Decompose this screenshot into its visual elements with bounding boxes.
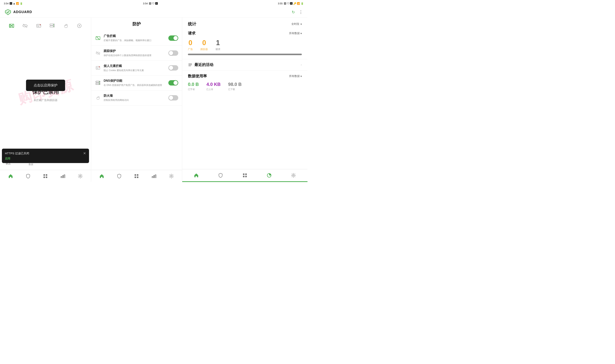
status-icons-center: 🖼 🛡 🅰 — [149, 2, 158, 5]
right-panel: 统计 全时段 ▾ 请求 所有数据 ▾ 0 广告 0 — [182, 17, 307, 182]
protection-disabled-area: 购印资源 保护已禁用 未拦截广告和跟踪器 点击以启用保护 — [0, 34, 91, 156]
https-notif-title: HTTPS 过滤已关闭 — [5, 152, 29, 155]
svg-rect-39 — [137, 174, 138, 176]
nav-shield-left[interactable] — [24, 172, 32, 180]
activity-left: 最近的活动 — [188, 62, 213, 67]
data-saved: 0.0 B 已节省 — [188, 82, 199, 91]
left-fire-icon[interactable] — [61, 21, 70, 30]
nav-home-middle[interactable] — [97, 172, 106, 180]
nav-apps-right[interactable] — [241, 171, 249, 180]
trackers-stat: 0 跟踪器 — [200, 39, 208, 51]
left-panel: 购印资源 保护已禁用 未拦截广告和跟踪器 点击以启用保护 始终保持受保护 状态 … — [0, 17, 91, 182]
period-selector[interactable]: 全时段 ▾ — [291, 22, 302, 26]
time-right: 3:55 — [278, 2, 283, 5]
svg-rect-22 — [43, 177, 45, 178]
left-custom-icon[interactable] — [75, 21, 84, 30]
all-data-selector[interactable]: 所有数据 ▾ — [289, 32, 302, 35]
svg-point-17 — [53, 26, 54, 27]
nav-stats-middle[interactable] — [150, 172, 158, 180]
firewall-toggle[interactable] — [168, 95, 178, 101]
data-all-label: 所有数据 — [289, 75, 300, 78]
status-bar-left: 3:54 🅰 ▲ 📶 🔋 — [4, 2, 23, 5]
activity-section: 最近的活动 › — [182, 59, 307, 71]
nav-shield-right[interactable] — [216, 171, 225, 180]
dns-toggle[interactable] — [168, 80, 178, 86]
bottom-nav-right — [182, 169, 307, 181]
https-notif-enable-button[interactable]: 启用 — [5, 157, 86, 160]
feature-firewall-desc: 控制应用程序的网络访问 — [104, 99, 166, 102]
protection-subtitle: 未拦截广告和跟踪器 — [34, 99, 57, 102]
requests-label: 请求 — [216, 48, 220, 51]
svg-rect-46 — [243, 173, 245, 175]
svg-rect-23 — [46, 177, 47, 178]
nav-shield-middle[interactable] — [115, 172, 123, 180]
ad-block-toggle-knob — [174, 36, 178, 40]
left-dns-icon[interactable] — [48, 21, 57, 30]
https-notif-close-button[interactable]: ✕ — [83, 151, 86, 156]
requests-count: 1 — [216, 39, 220, 47]
svg-point-24 — [80, 175, 81, 177]
bottom-green-indicator — [182, 181, 307, 182]
nav-settings-middle[interactable] — [167, 172, 176, 180]
bottom-nav-section-right — [182, 169, 307, 181]
svg-point-19 — [79, 25, 80, 26]
feature-item-annoyance[interactable]: 烦人元素拦截 阻止 Cookie 通知或页内弹出窗口等元素 — [91, 61, 182, 76]
top-bar-actions: ↻ ⋮ — [292, 10, 303, 15]
tracking-toggle[interactable] — [168, 51, 178, 56]
svg-point-37 — [99, 84, 100, 84]
feature-firewall-name: 防火墙 — [104, 94, 166, 98]
bottom-nav-left — [0, 170, 91, 182]
feature-firewall-icon — [95, 95, 101, 101]
feature-item-dns[interactable]: DNS保护功能 在 DNS 层面保护用户免受广告、跟踪器和其他威胁的侵害 — [91, 76, 182, 91]
svg-point-13 — [40, 25, 41, 25]
nav-home-right[interactable] — [192, 171, 200, 180]
feature-list: 广告拦截 拦截不需要的广告，例如横幅、视频和弹出窗口 跟踪保护 保护在 — [91, 31, 182, 170]
data-download: 98.0 B 已下载 — [228, 82, 242, 91]
annoyance-toggle[interactable] — [168, 65, 178, 71]
nav-apps-middle[interactable] — [132, 172, 141, 180]
activity-row[interactable]: 最近的活动 › — [188, 62, 302, 67]
feature-ad-block-desc: 拦截不需要的广告，例如横幅、视频和弹出窗口 — [104, 39, 166, 42]
feature-ad-block-icon — [95, 35, 101, 41]
feature-annoyance-text: 烦人元素拦截 阻止 Cookie 通知或页内弹出窗口等元素 — [104, 64, 166, 72]
nav-apps-left[interactable] — [41, 172, 50, 180]
svg-point-36 — [99, 81, 100, 82]
status-bar-center: 3:54 🖼 🛡 🅰 — [143, 2, 158, 5]
nav-settings-left[interactable] — [76, 172, 84, 180]
feature-item-firewall[interactable]: 防火墙 控制应用程序的网络访问 — [91, 91, 182, 105]
feature-firewall-text: 防火墙 控制应用程序的网络访问 — [104, 94, 166, 102]
requests-section-title: 请求 — [188, 31, 195, 36]
https-notification: HTTPS 过滤已关闭 ✕ 启用 — [2, 149, 89, 163]
left-tracking-icon[interactable] — [21, 21, 30, 30]
data-all-chevron-icon: ▾ — [301, 75, 302, 78]
enable-protection-button[interactable]: 点击以启用保护 — [26, 80, 65, 91]
more-menu-button[interactable]: ⋮ — [299, 10, 303, 15]
ad-block-toggle[interactable] — [168, 36, 178, 41]
svg-rect-41 — [137, 177, 138, 178]
feature-item-ad-block[interactable]: 广告拦截 拦截不需要的广告，例如横幅、视频和弹出窗口 — [91, 31, 182, 46]
feature-dns-icon — [95, 80, 101, 86]
logo-area: ADGUARD — [5, 9, 32, 15]
nav-stats-left[interactable] — [59, 172, 67, 180]
refresh-button[interactable]: ↻ — [292, 10, 295, 14]
feature-item-tracking[interactable]: 跟踪保护 保护在线活动和个人数据免受网络跟踪器的侵害 — [91, 46, 182, 61]
nav-piechart-right[interactable] — [265, 171, 273, 180]
feature-dns-text: DNS保护功能 在 DNS 层面保护用户免受广告、跟踪器和其他威胁的侵害 — [104, 79, 166, 87]
firewall-toggle-knob — [169, 96, 173, 100]
data-upload-value: 4.0 KB — [206, 82, 220, 87]
feature-annoyance-desc: 阻止 Cookie 通知或页内弹出窗口等元素 — [104, 69, 166, 72]
left-ad-block-icon[interactable] — [7, 21, 16, 30]
annoyance-toggle-knob — [169, 66, 173, 70]
data-all-selector[interactable]: 所有数据 ▾ — [289, 75, 302, 78]
nav-settings-right[interactable] — [289, 171, 298, 180]
left-data-label: 数据 — [29, 163, 39, 166]
data-section-header: 数据使用率 所有数据 ▾ — [188, 74, 302, 79]
nav-home-left[interactable] — [6, 172, 15, 180]
requests-progress-bar — [188, 54, 302, 55]
data-numbers: 0.0 B 已节省 4.0 KB 已上传 98.0 B 已下载 — [188, 82, 302, 91]
data-saved-value: 0.0 B — [188, 82, 199, 87]
left-annoyance-icon[interactable] — [34, 21, 43, 30]
feature-dns-desc: 在 DNS 层面保护用户免受广告、跟踪器和其他威胁的侵害 — [104, 84, 166, 87]
data-upload-label: 已上传 — [206, 88, 220, 91]
stats-panel-title: 统计 — [188, 21, 196, 27]
